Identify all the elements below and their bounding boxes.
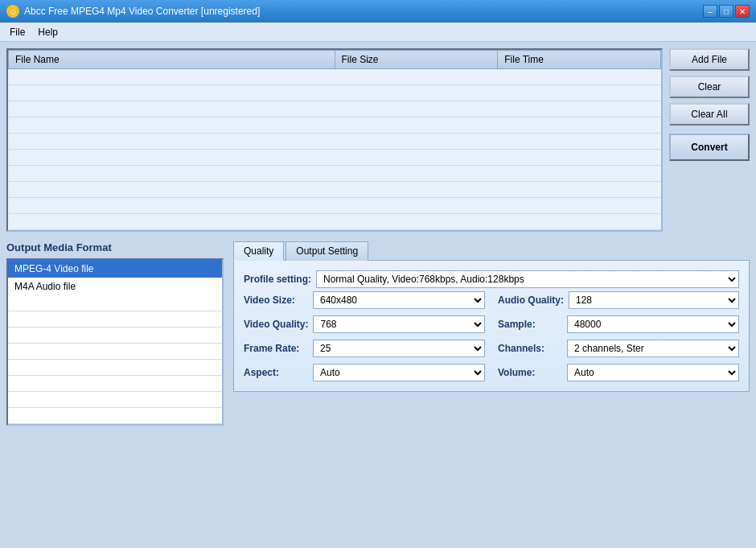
tab-quality[interactable]: Quality — [233, 241, 284, 261]
frame-rate-select[interactable]: 25 24 30 29.97 15 — [313, 340, 485, 357]
bottom-section: Output Media Format MPEG-4 Video file M4… — [6, 241, 750, 426]
add-file-button[interactable]: Add File — [669, 48, 750, 71]
audio-quality-select[interactable]: 128 64 192 256 — [569, 291, 739, 309]
frame-rate-label: Frame Rate: — [244, 343, 308, 354]
tab-content-quality: Profile setting: Normal Quality, Video:7… — [233, 260, 750, 392]
format-item-m4a[interactable]: M4A Audio file — [8, 278, 222, 295]
file-section: File Name File Size File Time — [6, 48, 750, 232]
aspect-label: Aspect: — [244, 367, 308, 378]
menu-file[interactable]: File — [3, 25, 31, 39]
aspect-row: Aspect: Auto 4:3 16:9 — [244, 364, 485, 381]
menubar: File Help — [0, 23, 756, 42]
video-size-row: Video Size: 640x480 320x240 1280x720 192… — [244, 291, 485, 309]
video-quality-row: Video Quality: 768 300 1000 1500 — [244, 315, 485, 333]
clear-all-button[interactable]: Clear AIl — [669, 103, 750, 126]
col-filesize: File Size — [335, 51, 498, 69]
format-item-mpeg4[interactable]: MPEG-4 Video file — [8, 260, 222, 278]
video-quality-select[interactable]: 768 300 1000 1500 — [313, 315, 485, 333]
tab-output-setting[interactable]: Output Setting — [286, 241, 368, 261]
close-button[interactable]: ✕ — [735, 5, 750, 18]
volume-select[interactable]: Auto 50% 75% 100% 125% 150% — [567, 364, 739, 381]
titlebar: ☺ Abcc Free MPEG4 Mp4 Video Converter [u… — [0, 0, 756, 23]
aspect-select[interactable]: Auto 4:3 16:9 — [313, 364, 485, 381]
volume-label: Volume: — [498, 367, 562, 378]
menu-help[interactable]: Help — [31, 25, 64, 39]
action-buttons: Add File Clear Clear AIl Convert — [669, 48, 750, 232]
convert-button[interactable]: Convert — [669, 134, 750, 161]
channels-select[interactable]: 2 channels, Ster 1 channel, Mono — [567, 340, 739, 357]
profile-setting-row: Profile setting: Normal Quality, Video:7… — [244, 270, 739, 288]
video-quality-label: Video Quality: — [244, 319, 308, 330]
channels-label: Channels: — [498, 343, 562, 354]
format-list: MPEG-4 Video file M4A Audio file — [6, 258, 224, 426]
output-format-title: Output Media Format — [6, 241, 224, 253]
sample-label: Sample: — [498, 319, 562, 330]
main-content: File Name File Size File Time — [0, 42, 756, 432]
file-list-container: File Name File Size File Time — [6, 48, 663, 232]
frame-rate-row: Frame Rate: 25 24 30 29.97 15 — [244, 340, 485, 357]
volume-row: Volume: Auto 50% 75% 100% 125% 150% — [498, 364, 739, 381]
settings-panel: Quality Output Setting Profile setting: … — [233, 241, 750, 426]
window-title: Abcc Free MPEG4 Mp4 Video Converter [unr… — [24, 6, 703, 17]
clear-button[interactable]: Clear — [669, 76, 750, 98]
audio-quality-label: Audio Quality: — [498, 295, 564, 306]
sample-select[interactable]: 48000 44100 22050 11025 — [567, 315, 739, 333]
file-table: File Name File Size File Time — [8, 50, 661, 230]
restore-button[interactable]: □ — [719, 5, 733, 18]
col-filename: File Name — [9, 51, 335, 69]
settings-tabs: Quality Output Setting — [233, 241, 750, 261]
video-size-label: Video Size: — [244, 295, 308, 306]
output-format-panel: Output Media Format MPEG-4 Video file M4… — [6, 241, 224, 426]
profile-select[interactable]: Normal Quality, Video:768kbps, Audio:128… — [316, 270, 739, 288]
sample-row: Sample: 48000 44100 22050 11025 — [498, 315, 739, 333]
app-icon: ☺ — [6, 5, 19, 18]
window-controls: – □ ✕ — [703, 5, 750, 18]
minimize-button[interactable]: – — [703, 5, 717, 18]
channels-row: Channels: 2 channels, Ster 1 channel, Mo… — [498, 340, 739, 357]
video-size-select[interactable]: 640x480 320x240 1280x720 1920x1080 — [313, 291, 485, 309]
profile-label: Profile setting: — [244, 274, 311, 285]
col-filetime: File Time — [498, 51, 661, 69]
settings-grid: Video Size: 640x480 320x240 1280x720 192… — [244, 291, 739, 381]
audio-quality-row: Audio Quality: 128 64 192 256 — [498, 291, 739, 309]
